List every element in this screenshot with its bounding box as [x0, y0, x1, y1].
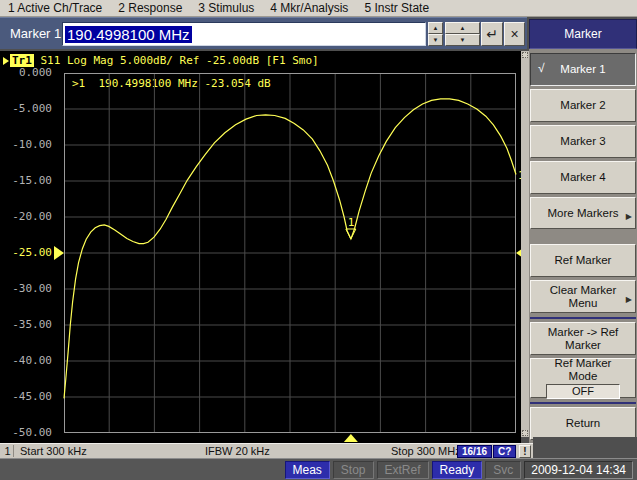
step-up-button[interactable]: ▲ [445, 22, 480, 34]
datetime-display: 2009-12-04 14:34 [524, 461, 633, 479]
marker-stimulus-icon[interactable] [344, 434, 358, 442]
channel-number: 1 [2, 445, 14, 457]
status-bar: 1 Start 300 kHz IFBW 20 kHz Stop 300 MHz… [0, 443, 533, 458]
softkey-marker-3[interactable]: Marker 3 [530, 125, 636, 158]
softkey-marker-4[interactable]: Marker 4 [530, 161, 636, 194]
softkey-marker-1[interactable]: √Marker 1 [530, 53, 636, 86]
softkey-label: Marker 4 [560, 171, 605, 184]
y-axis-label: -30.00 [2, 282, 52, 295]
trace-settings-text: S11 Log Mag 5.000dB/ Ref -25.00dB [F1 Sm… [34, 54, 319, 67]
softkey-label: Ref Marker Mode [541, 357, 625, 383]
ifbw-readout: IFBW 20 kHz [205, 445, 270, 457]
vna-screen: 1 Active Ch/Trace2 Response3 Stimulus4 M… [0, 0, 637, 480]
y-axis-label: -35.00 [2, 318, 52, 331]
y-axis-label: -20.00 [2, 210, 52, 223]
y-axis-label: -40.00 [2, 354, 52, 367]
softkey-label: Marker 1 [560, 63, 605, 76]
start-frequency: Start 300 kHz [20, 445, 87, 457]
softkey-group-separator [530, 317, 636, 319]
marker-1-number: 1 [348, 216, 355, 229]
scroll-down-nub[interactable] [522, 430, 528, 436]
softkey-clear-marker-menu[interactable]: Clear Marker Menu▶ [530, 280, 636, 313]
softkey-label: Marker 3 [560, 135, 605, 148]
alert-icon: ! [519, 445, 531, 458]
corner-filler [533, 437, 637, 458]
softkey-ref-marker[interactable]: Ref Marker [530, 244, 636, 277]
enter-button[interactable]: ↵ [481, 22, 503, 46]
step-down-button[interactable]: ▼ [445, 34, 480, 46]
graph-area: Tr1 S11 Log Mag 5.000dB/ Ref -25.00dB [F… [0, 51, 521, 443]
stop-frequency: Stop 300 MHz [391, 445, 461, 457]
softkey-label: Clear Marker Menu [541, 284, 625, 310]
step-down-small-button[interactable]: ▼ [428, 34, 443, 46]
step-up-small-button[interactable]: ▲ [428, 22, 443, 34]
y-axis-label: -5.000 [2, 102, 52, 115]
y-axis-label: -10.00 [2, 138, 52, 151]
softkey-marker-ref-marker[interactable]: Marker -> Ref Marker [530, 322, 636, 355]
status-badge-extref: ExtRef [377, 461, 429, 479]
y-axis-label: 0.000 [2, 66, 52, 79]
scroll-up-nub[interactable] [522, 52, 528, 58]
submenu-arrow-icon: ▶ [626, 293, 632, 306]
softkey-return[interactable]: Return [530, 407, 636, 440]
instrument-taskbar: MeasStopExtRefReadySvc2009-12-04 14:34 [0, 458, 637, 480]
menu-item-3-stimulus[interactable]: 3 Stimulus [198, 1, 254, 15]
menu-bar: 1 Active Ch/Trace2 Response3 Stimulus4 M… [0, 0, 637, 17]
active-trace-icon [3, 57, 9, 65]
close-entry-button[interactable]: × [504, 22, 525, 46]
softkey-label: Marker 2 [560, 99, 605, 112]
menu-item-4-mkr-analysis[interactable]: 4 Mkr/Analysis [270, 1, 348, 15]
y-axis-label: -50.00 [2, 426, 52, 439]
softkey-marker-2[interactable]: Marker 2 [530, 89, 636, 122]
coarse-stepper: ▲ ▼ [445, 22, 480, 46]
marker-frequency-input[interactable]: 190.4998100 MHz [62, 22, 426, 46]
y-axis-label: -25.00 [2, 246, 52, 259]
softkey-more-markers[interactable]: More Markers▶ [530, 197, 636, 230]
status-badge-svc: Svc [485, 461, 521, 479]
softkey-label: Ref Marker [555, 254, 612, 267]
sweep-points-badge: 16/16 [457, 445, 492, 458]
submenu-arrow-icon: ▶ [626, 210, 632, 223]
softkey-menu-title: Marker [529, 19, 637, 49]
s11-trace-plot: 11 [64, 73, 516, 433]
menu-item-2-response[interactable]: 2 Response [118, 1, 182, 15]
menu-item-5-instr-state[interactable]: 5 Instr State [364, 1, 429, 15]
status-badge-meas: Meas [285, 461, 330, 479]
toggle-state-value: OFF [546, 384, 620, 399]
fine-stepper: ▲ ▼ [428, 22, 443, 46]
marker-entry-label: Marker 1 [10, 26, 61, 41]
menu-item-1-active-ch-trace[interactable]: 1 Active Ch/Trace [8, 1, 102, 15]
softkey-label: More Markers [548, 207, 619, 220]
softkey-scrollbar[interactable] [521, 51, 529, 437]
softkey-ref-marker-mode[interactable]: Ref Marker ModeOFF [530, 358, 636, 398]
marker-entry-toolbar: Marker 1 190.4998100 MHz ▲ ▼ ▲ ▼ ↵ × [0, 17, 527, 49]
softkey-label: Return [566, 417, 601, 430]
marker-frequency-value: 190.4998100 MHz [65, 26, 192, 43]
y-axis-label: -45.00 [2, 390, 52, 403]
softkey-gap [530, 232, 636, 244]
softkey-menu: √Marker 1Marker 2Marker 3Marker 4More Ma… [529, 49, 637, 443]
calibration-badge: C? [493, 445, 516, 458]
status-badge-stop: Stop [333, 461, 374, 479]
y-axis-label: -15.00 [2, 174, 52, 187]
ref-level-left-icon [54, 246, 64, 260]
status-badge-ready: Ready [432, 461, 483, 479]
check-icon: √ [538, 62, 545, 75]
softkey-group-separator [530, 402, 636, 404]
softkey-label: Marker -> Ref Marker [541, 326, 625, 352]
